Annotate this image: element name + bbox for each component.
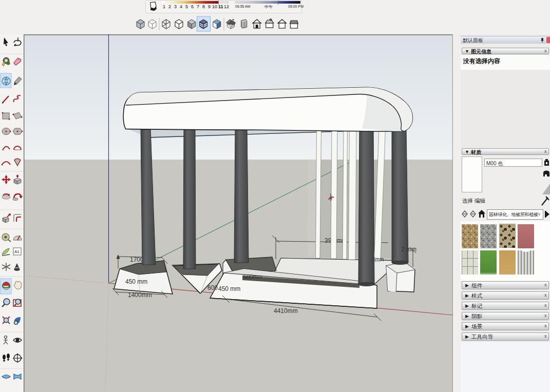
svg-text:4410mm: 4410mm bbox=[274, 307, 298, 315]
svg-text:2 mm: 2 mm bbox=[401, 246, 416, 253]
svg-text:450 mm: 450 mm bbox=[218, 285, 240, 292]
svg-text:500mm: 500mm bbox=[243, 273, 262, 280]
svg-text:A1: A1 bbox=[14, 249, 20, 254]
svg-text:450 mm: 450 mm bbox=[125, 278, 147, 285]
svg-text:1400mm: 1400mm bbox=[128, 291, 152, 299]
svg-text:3mm: 3mm bbox=[372, 257, 384, 262]
svg-text:600: 600 bbox=[207, 284, 218, 291]
